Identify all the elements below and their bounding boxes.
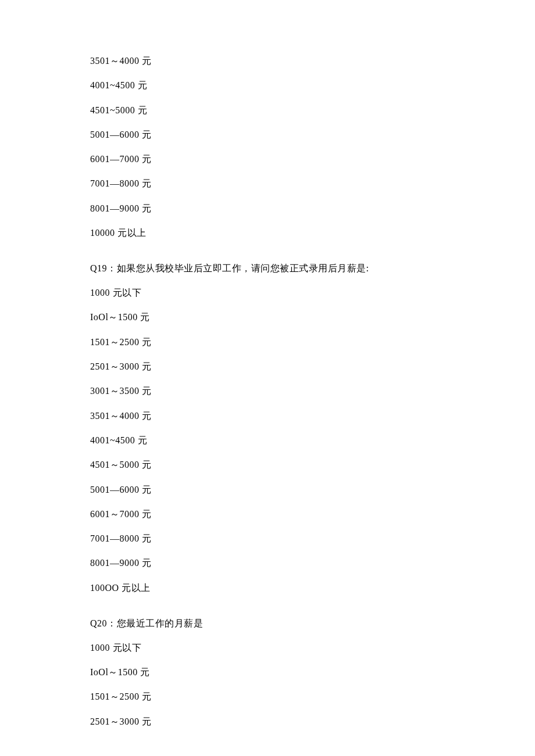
salary-option: 4501~5000 元 <box>90 105 445 117</box>
salary-option: 10000 元以上 <box>90 227 445 239</box>
salary-option: 1000 元以下 <box>90 287 445 299</box>
salary-option: 3501～4000 元 <box>90 55 445 67</box>
salary-option: 4001~4500 元 <box>90 435 445 447</box>
salary-option: 3001～3500 元 <box>90 385 445 397</box>
salary-option: 6001—7000 元 <box>90 153 445 166</box>
salary-option: 6001～7000 元 <box>90 508 445 521</box>
salary-option: 2501～3000 元 <box>90 716 445 728</box>
salary-option: 7001—8000 元 <box>90 178 445 190</box>
salary-option: 4001~4500 元 <box>90 80 445 92</box>
salary-option: 4501～5000 元 <box>90 459 445 471</box>
salary-option: 5001—6000 元 <box>90 484 445 496</box>
salary-option: 3501～4000 元 <box>90 410 445 422</box>
salary-option: 5001—6000 元 <box>90 129 445 141</box>
salary-option: IoOl～1500 元 <box>90 667 445 679</box>
question-20: Q20：您最近工作的月薪是 <box>90 618 445 630</box>
salary-option: 8001—9000 元 <box>90 203 445 215</box>
salary-option: 2501～3000 元 <box>90 361 445 373</box>
salary-option: 7001—8000 元 <box>90 533 445 545</box>
salary-option: 1501～2500 元 <box>90 691 445 703</box>
salary-option: 100OO 元以上 <box>90 582 445 594</box>
question-19: Q19：如果您从我校毕业后立即工作，请问您被正式录用后月薪是: <box>90 263 445 275</box>
salary-option: 8001—9000 元 <box>90 557 445 569</box>
salary-option: 1501～2500 元 <box>90 336 445 349</box>
survey-content: 3501～4000 元 4001~4500 元 4501~5000 元 5001… <box>90 55 445 728</box>
salary-option: 1000 元以下 <box>90 642 445 654</box>
salary-option: IoOl～1500 元 <box>90 311 445 324</box>
